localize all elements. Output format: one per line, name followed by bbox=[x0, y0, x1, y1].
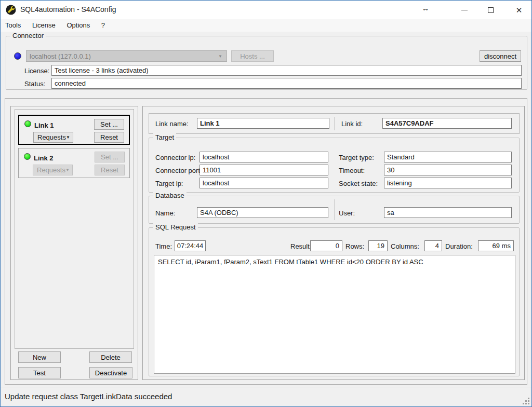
menu-item-tools[interactable]: Tools bbox=[1, 19, 25, 31]
time-label: Time: bbox=[155, 242, 172, 250]
disconnect-button[interactable]: disconnect bbox=[480, 50, 521, 62]
duration-label: Duration: bbox=[445, 242, 473, 250]
link-identity-row: Link name: Link 1 Link id: S4A57C9ADAF bbox=[149, 113, 520, 134]
timeout-label: Timeout: bbox=[339, 167, 365, 174]
menu-item-license[interactable]: License bbox=[28, 19, 60, 31]
links-panel: Link 1 Set ... Requests ▼ Reset Link 2 S… bbox=[10, 106, 138, 380]
db-name-label: Name: bbox=[155, 209, 175, 217]
link-id-label: Link id: bbox=[341, 120, 363, 128]
target-type-field[interactable]: Standard bbox=[384, 152, 512, 162]
link2-name: Link 2 bbox=[34, 154, 54, 162]
main-panel: Link 1 Set ... Requests ▼ Reset Link 2 S… bbox=[5, 98, 527, 385]
link1-status-led-icon bbox=[24, 120, 31, 127]
link2-requests-label: Requests bbox=[37, 166, 65, 174]
window-title: SQL4automation - S4AConfig bbox=[20, 5, 116, 13]
columns-label: Columns: bbox=[391, 242, 419, 250]
link1-set-button[interactable]: Set ... bbox=[94, 119, 124, 130]
close-button[interactable]: ✕ bbox=[510, 1, 528, 19]
link-detail-panel: Link name: Link 1 Link id: S4A57C9ADAF T… bbox=[142, 106, 525, 380]
minimize-button[interactable] bbox=[456, 1, 473, 19]
test-button[interactable]: Test bbox=[18, 367, 61, 378]
minimize-icon bbox=[461, 10, 468, 10]
menu-bar: Tools License Options ? bbox=[1, 19, 531, 32]
status-label: Status: bbox=[24, 80, 45, 88]
link-card-1[interactable]: Link 1 Set ... Requests ▼ Reset bbox=[18, 115, 130, 145]
host-dropdown-value: localhost (127.0.0.1) bbox=[30, 52, 91, 60]
timeout-field[interactable]: 30 bbox=[384, 165, 512, 175]
connector-ip-label: Connector ip: bbox=[155, 154, 195, 161]
database-group: Database Name: S4A (ODBC) User: sa bbox=[149, 196, 520, 224]
link-name-label: Link name: bbox=[155, 120, 189, 128]
new-button[interactable]: New bbox=[18, 351, 61, 363]
license-label: License: bbox=[24, 67, 49, 75]
app-window: SQL4automation - S4AConfig ↔ ✕ Tools Lic… bbox=[0, 0, 532, 407]
separator bbox=[334, 199, 335, 220]
connector-legend: Connector bbox=[10, 32, 46, 40]
link2-status-led-icon bbox=[24, 153, 31, 160]
result-label: Result: bbox=[290, 242, 311, 250]
license-field[interactable]: Test license - 3 links (activated) bbox=[51, 65, 522, 76]
connector-port-field[interactable]: 11001 bbox=[200, 165, 328, 175]
columns-field[interactable]: 4 bbox=[424, 240, 442, 251]
socket-state-label: Socket state: bbox=[339, 180, 378, 187]
socket-state-field[interactable]: listening bbox=[384, 178, 512, 188]
time-field[interactable]: 07:24:44 bbox=[175, 240, 206, 251]
link-card-2[interactable]: Link 2 Set ... Requests ▼ Reset bbox=[18, 148, 130, 178]
host-dropdown[interactable]: localhost (127.0.0.1) ▼ bbox=[26, 50, 227, 62]
menu-item-options[interactable]: Options bbox=[62, 19, 95, 31]
status-field[interactable]: connected bbox=[51, 78, 522, 89]
maximize-button[interactable] bbox=[482, 1, 499, 19]
app-icon bbox=[6, 5, 16, 15]
link-id-field[interactable]: S4A57C9ADAF bbox=[382, 118, 512, 129]
resize-grip[interactable] bbox=[523, 398, 530, 405]
connector-radio[interactable] bbox=[14, 52, 21, 60]
db-name-field[interactable]: S4A (ODBC) bbox=[197, 207, 328, 218]
resize-horizontal-icon[interactable]: ↔ bbox=[419, 2, 432, 15]
close-icon: ✕ bbox=[516, 6, 523, 14]
chevron-down-icon: ▼ bbox=[66, 135, 70, 140]
chevron-down-icon: ▼ bbox=[65, 168, 70, 172]
separator bbox=[334, 117, 335, 130]
target-type-label: Target type: bbox=[339, 154, 374, 161]
database-legend: Database bbox=[153, 192, 187, 200]
maximize-icon bbox=[488, 7, 494, 13]
target-ip-field[interactable]: localhost bbox=[200, 178, 328, 188]
link2-reset-button[interactable]: Reset bbox=[95, 165, 125, 175]
sql-request-legend: SQL Request bbox=[153, 223, 198, 232]
delete-button[interactable]: Delete bbox=[89, 351, 132, 363]
status-bar-text: Update request class TargetLinkData succ… bbox=[5, 392, 172, 401]
connector-group: Connector localhost (127.0.0.1) ▼ Hosts … bbox=[6, 36, 527, 90]
hosts-button[interactable]: Hosts ... bbox=[231, 50, 274, 62]
menu-item-help[interactable]: ? bbox=[97, 19, 110, 31]
link-name-field[interactable]: Link 1 bbox=[197, 118, 329, 129]
link1-name: Link 1 bbox=[34, 121, 54, 129]
db-user-label: User: bbox=[339, 209, 355, 217]
target-legend: Target bbox=[153, 133, 176, 142]
target-group: Target Connector ip: localhost Connector… bbox=[149, 138, 520, 193]
connector-port-label: Connector port: bbox=[155, 167, 202, 174]
connector-ip-field[interactable]: localhost bbox=[200, 152, 328, 162]
link2-set-button[interactable]: Set ... bbox=[95, 152, 125, 162]
sql-query-textarea[interactable]: SELECT id, iParam1, fParam2, sText1 FROM… bbox=[154, 255, 515, 374]
link1-requests-label: Requests bbox=[37, 133, 66, 141]
link1-reset-button[interactable]: Reset bbox=[94, 132, 124, 143]
link1-requests-dropdown[interactable]: Requests ▼ bbox=[33, 132, 73, 143]
target-ip-label: Target ip: bbox=[155, 180, 183, 187]
sql-request-group: SQL Request Time: 07:24:44 Result: 0 Row… bbox=[149, 227, 520, 376]
rows-label: Rows: bbox=[345, 242, 364, 250]
title-bar: SQL4automation - S4AConfig ↔ ✕ bbox=[1, 1, 531, 19]
db-user-field[interactable]: sa bbox=[384, 207, 512, 218]
result-field[interactable]: 0 bbox=[310, 240, 342, 251]
deactivate-button[interactable]: Deactivate bbox=[89, 367, 132, 378]
rows-field[interactable]: 19 bbox=[368, 240, 388, 251]
links-list: Link 1 Set ... Requests ▼ Reset Link 2 S… bbox=[15, 109, 134, 349]
duration-field[interactable]: 69 ms bbox=[478, 240, 514, 251]
status-bar: Update request class TargetLinkData succ… bbox=[1, 387, 531, 407]
link2-requests-dropdown[interactable]: Requests ▼ bbox=[33, 165, 73, 175]
chevron-down-icon: ▼ bbox=[218, 54, 222, 59]
